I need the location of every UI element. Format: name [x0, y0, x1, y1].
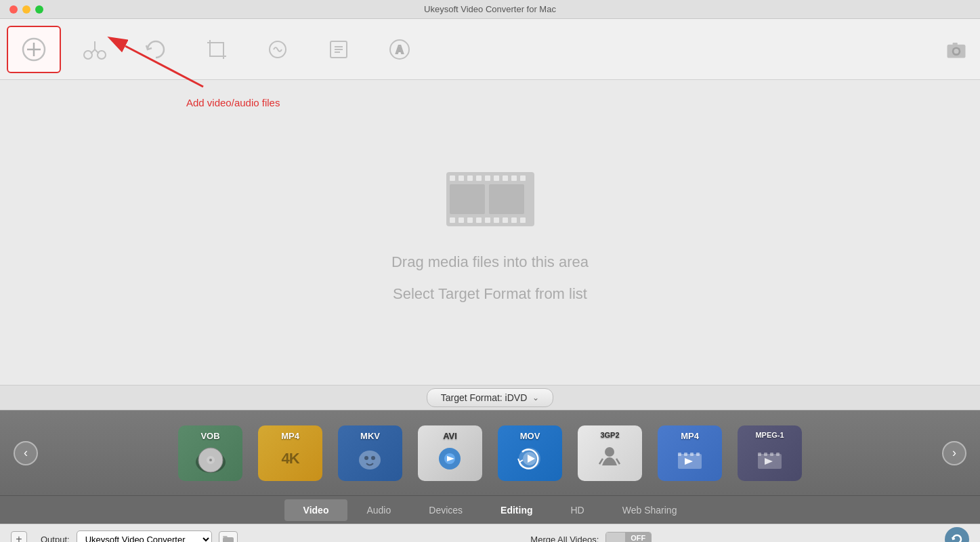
svg-rect-70 [764, 453, 767, 456]
svg-rect-71 [770, 453, 773, 456]
close-button[interactable] [9, 5, 18, 14]
drag-text: Drag media files into this area [391, 250, 589, 274]
svg-rect-64 [684, 453, 687, 456]
format-icon-mov: MOV [498, 425, 562, 481]
window-controls [9, 5, 43, 14]
tab-web-sharing[interactable]: Web Sharing [603, 499, 696, 521]
format-item-vob[interactable]: VOB [174, 425, 247, 481]
target-format-bar: Target Format: iDVD ⌄ [0, 385, 980, 411]
category-tabs: Video Audio Devices Editing HD Web Shari… [0, 495, 980, 524]
svg-rect-29 [467, 175, 473, 181]
watermark-icon: A [386, 36, 413, 63]
snapshot-button[interactable] [939, 33, 973, 66]
svg-line-6 [95, 49, 99, 54]
tab-video[interactable]: Video [284, 499, 348, 521]
mkv-icon-svg [351, 440, 389, 474]
toggle-off-label[interactable]: OFF [625, 533, 651, 542]
format-icon-mpeg1: MPEG-1 [738, 425, 802, 481]
plus-circle-icon [20, 36, 47, 63]
format-icon-avi: AVI [418, 425, 482, 481]
merge-label: Merge All Videos: [530, 535, 599, 543]
svg-rect-27 [450, 175, 455, 181]
svg-rect-31 [485, 175, 490, 181]
svg-point-50 [209, 459, 212, 461]
svg-rect-8 [210, 43, 223, 56]
crop-icon [203, 36, 230, 63]
mp4-icon-svg [671, 439, 708, 473]
svg-rect-41 [476, 217, 482, 223]
rotate-button[interactable] [129, 26, 183, 73]
svg-rect-40 [467, 217, 473, 223]
minimize-button[interactable] [22, 5, 30, 14]
svg-rect-63 [678, 453, 681, 456]
camera-icon [944, 37, 968, 62]
format-icon-mp4: MP4 [658, 425, 722, 481]
svg-rect-37 [489, 184, 524, 214]
format-panel: ‹ VOB MP4 4K MKV [0, 411, 980, 495]
format-icon-vob: VOB [178, 425, 242, 481]
watermark-button[interactable]: A [372, 26, 427, 73]
format-next-button[interactable]: › [942, 441, 966, 465]
format-item-avi[interactable]: AVI [414, 425, 487, 481]
format-icon-3gp2: 3GP2 [578, 425, 642, 481]
format-icons-list: VOB MP4 4K MKV [43, 425, 937, 481]
svg-text:A: A [396, 44, 404, 56]
format-item-mkv[interactable]: MKV [334, 425, 407, 481]
svg-point-52 [364, 456, 368, 460]
svg-rect-65 [690, 453, 694, 456]
add-files-button[interactable] [7, 26, 61, 73]
effect-icon [264, 36, 291, 63]
output-select[interactable]: Ukeysoft Video Converter [77, 530, 212, 543]
add-small-button[interactable]: + [11, 531, 27, 542]
avi-icon-svg [431, 438, 469, 472]
filmstrip-icon [440, 162, 541, 239]
svg-point-3 [84, 51, 92, 59]
tab-audio[interactable]: Audio [347, 499, 410, 521]
cut-button[interactable] [68, 26, 122, 73]
format-icon-mp4-4k: MP4 4K [258, 425, 322, 481]
format-item-mov[interactable]: MOV [494, 425, 567, 481]
format-item-mpeg1[interactable]: MPEG-1 [733, 425, 807, 481]
tab-devices[interactable]: Devices [410, 499, 482, 521]
svg-rect-66 [696, 453, 700, 456]
format-prev-button[interactable]: ‹ [14, 441, 38, 465]
svg-rect-30 [476, 175, 482, 181]
svg-point-51 [359, 451, 381, 470]
maximize-button[interactable] [35, 5, 43, 14]
refresh-button[interactable] [945, 527, 969, 542]
svg-rect-34 [511, 175, 517, 181]
format-item-mp4-4k[interactable]: MP4 4K [254, 425, 327, 481]
format-item-mp4-video[interactable]: MP4 [654, 425, 727, 481]
main-drop-area[interactable]: Drag media files into this area Select T… [0, 80, 980, 385]
svg-point-53 [371, 456, 375, 460]
svg-rect-38 [450, 217, 455, 223]
tab-hd[interactable]: HD [552, 499, 603, 521]
svg-rect-42 [485, 217, 490, 223]
merge-toggle[interactable]: OFF [605, 532, 652, 542]
chevron-down-icon: ⌄ [532, 393, 539, 402]
svg-rect-28 [459, 175, 464, 181]
rotate-icon [142, 36, 169, 63]
target-format-button[interactable]: Target Format: iDVD ⌄ [427, 388, 554, 407]
tab-editing[interactable]: Editing [482, 499, 551, 521]
svg-rect-74 [223, 537, 234, 542]
3gp2-icon-svg [591, 438, 629, 472]
svg-rect-32 [494, 175, 499, 181]
svg-rect-72 [776, 453, 780, 456]
svg-rect-69 [758, 453, 761, 456]
svg-rect-45 [511, 217, 517, 223]
target-format-label: Target Format: iDVD [441, 392, 528, 403]
svg-point-22 [954, 49, 958, 54]
edit-icon [325, 36, 352, 63]
format-icon-mkv: MKV [338, 425, 402, 481]
svg-line-61 [616, 459, 620, 464]
format-item-3gp2[interactable]: 3GP2 [574, 425, 647, 481]
folder-button[interactable] [219, 531, 238, 542]
effect-button[interactable] [251, 26, 305, 73]
crop-button[interactable] [190, 26, 244, 73]
edit-button[interactable] [312, 26, 366, 73]
svg-rect-39 [459, 217, 464, 223]
svg-rect-36 [450, 184, 485, 214]
svg-rect-33 [503, 175, 508, 181]
svg-point-59 [605, 447, 614, 457]
